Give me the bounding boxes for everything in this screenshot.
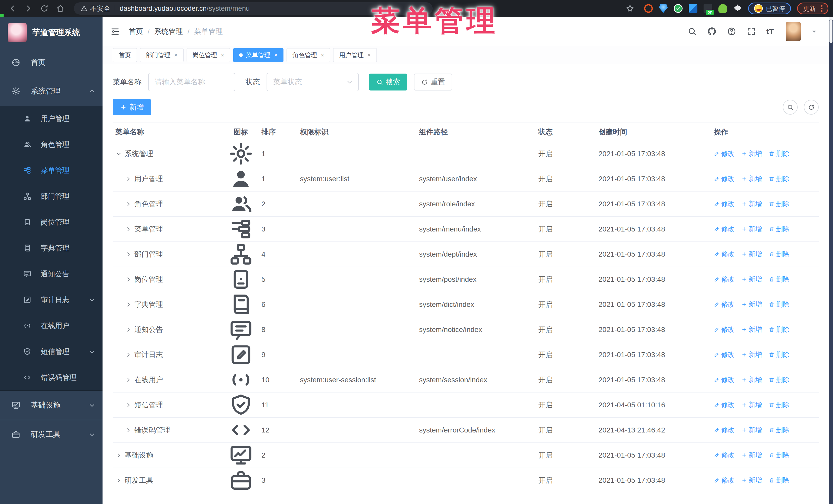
close-icon[interactable]: ×: [274, 51, 278, 59]
action-修改[interactable]: 修改: [714, 199, 735, 209]
sidebar-item-首页[interactable]: 首页: [0, 48, 102, 77]
user-avatar[interactable]: [786, 22, 801, 41]
action-修改[interactable]: 修改: [714, 375, 735, 384]
action-修改[interactable]: 修改: [714, 350, 735, 359]
menu-name-input[interactable]: 请输入菜单名称: [148, 73, 235, 91]
scrollbar-thumb[interactable]: [829, 20, 832, 43]
back-icon[interactable]: [8, 4, 17, 13]
tab-菜单管理[interactable]: 菜单管理×: [233, 48, 284, 62]
action-删除[interactable]: 删除: [769, 275, 789, 284]
breadcrumb-item[interactable]: 首页: [129, 27, 143, 37]
action-新增[interactable]: 新增: [741, 325, 762, 334]
action-修改[interactable]: 修改: [714, 174, 735, 183]
page-scrollbar[interactable]: [829, 17, 833, 504]
extension-on-badge-icon[interactable]: on: [704, 4, 712, 13]
extension-green-check-icon[interactable]: [674, 4, 683, 13]
sidebar-item-在线用户[interactable]: 在线用户: [0, 313, 102, 339]
action-新增[interactable]: 新增: [741, 451, 762, 460]
action-新增[interactable]: 新增: [741, 250, 762, 259]
tab-角色管理[interactable]: 角色管理×: [287, 48, 330, 62]
sidebar-item-系统管理[interactable]: 系统管理: [0, 77, 102, 105]
browser-menu-icon[interactable]: [821, 5, 823, 12]
sidebar-item-错误码管理[interactable]: 错误码管理: [0, 364, 102, 390]
close-icon[interactable]: ×: [320, 51, 324, 59]
tab-岗位管理[interactable]: 岗位管理×: [187, 48, 230, 62]
extension-green-bot-icon[interactable]: [718, 4, 727, 13]
tab-首页[interactable]: 首页: [113, 48, 137, 62]
action-删除[interactable]: 删除: [769, 451, 789, 460]
home-icon[interactable]: [56, 4, 65, 13]
action-修改[interactable]: 修改: [714, 300, 735, 309]
extension-orange-ring-icon[interactable]: [644, 4, 653, 13]
action-修改[interactable]: 修改: [714, 250, 735, 259]
action-删除[interactable]: 删除: [769, 350, 789, 359]
action-删除[interactable]: 删除: [769, 300, 789, 309]
toggle-search-button[interactable]: [783, 100, 798, 115]
caret-down-icon[interactable]: [811, 28, 818, 35]
extensions-puzzle-icon[interactable]: [733, 4, 742, 13]
action-新增[interactable]: 新增: [741, 199, 762, 209]
reload-icon[interactable]: [40, 4, 49, 13]
sidebar-item-菜单管理[interactable]: 菜单管理: [0, 158, 102, 183]
profile-paused-chip[interactable]: 已暂停: [748, 3, 791, 14]
sidebar-item-部门管理[interactable]: 部门管理: [0, 183, 102, 209]
extension-blue-gem-icon[interactable]: [659, 4, 668, 13]
action-删除[interactable]: 删除: [769, 174, 789, 183]
action-新增[interactable]: 新增: [741, 149, 762, 158]
search-button[interactable]: 搜索: [369, 74, 407, 91]
action-删除[interactable]: 删除: [769, 199, 789, 209]
sidebar-item-通知公告[interactable]: 通知公告: [0, 261, 102, 287]
action-删除[interactable]: 删除: [769, 401, 789, 409]
app-logo-row[interactable]: 芋道管理系统: [0, 17, 102, 48]
tab-用户管理[interactable]: 用户管理×: [333, 48, 377, 62]
breadcrumb-item[interactable]: 系统管理: [154, 27, 183, 37]
sidebar-item-岗位管理[interactable]: 岗位管理: [0, 209, 102, 235]
action-新增[interactable]: 新增: [741, 476, 762, 485]
sidebar-item-角色管理[interactable]: 角色管理: [0, 131, 102, 158]
action-删除[interactable]: 删除: [769, 476, 789, 485]
sidebar-item-研发工具[interactable]: 研发工具: [0, 420, 102, 449]
action-新增[interactable]: 新增: [741, 174, 762, 183]
extension-blue-tiles-icon[interactable]: [689, 4, 697, 13]
action-新增[interactable]: 新增: [741, 275, 762, 284]
action-修改[interactable]: 修改: [714, 426, 735, 434]
search-icon[interactable]: [687, 27, 697, 36]
action-新增[interactable]: 新增: [741, 300, 762, 309]
add-button[interactable]: 新增: [113, 99, 151, 115]
tab-部门管理[interactable]: 部门管理×: [140, 48, 184, 62]
sidebar-item-短信管理[interactable]: 短信管理: [0, 339, 102, 364]
forward-icon[interactable]: [24, 4, 33, 13]
sidebar-item-用户管理[interactable]: 用户管理: [0, 105, 102, 131]
action-删除[interactable]: 删除: [769, 426, 789, 434]
status-select[interactable]: 菜单状态: [266, 73, 359, 91]
action-新增[interactable]: 新增: [741, 350, 762, 359]
close-icon[interactable]: ×: [174, 51, 177, 59]
fullscreen-icon[interactable]: [747, 27, 756, 36]
refresh-table-button[interactable]: [804, 100, 819, 115]
font-size-icon[interactable]: tT: [766, 27, 774, 36]
action-修改[interactable]: 修改: [714, 476, 735, 485]
action-修改[interactable]: 修改: [714, 149, 735, 158]
action-修改[interactable]: 修改: [714, 325, 735, 334]
action-删除[interactable]: 删除: [769, 149, 789, 158]
sidebar-item-字典管理[interactable]: 字典管理: [0, 235, 102, 261]
bookmark-star-icon[interactable]: [626, 4, 634, 13]
close-icon[interactable]: ×: [221, 51, 224, 59]
sidebar-item-审计日志[interactable]: 审计日志: [0, 287, 102, 313]
reset-button[interactable]: 重置: [414, 74, 452, 91]
github-icon[interactable]: [707, 27, 717, 36]
action-修改[interactable]: 修改: [714, 275, 735, 284]
action-修改[interactable]: 修改: [714, 451, 735, 460]
action-删除[interactable]: 删除: [769, 325, 789, 334]
action-新增[interactable]: 新增: [741, 401, 762, 409]
action-删除[interactable]: 删除: [769, 250, 789, 259]
browser-update-button[interactable]: 更新: [797, 3, 828, 14]
action-删除[interactable]: 删除: [769, 375, 789, 384]
action-修改[interactable]: 修改: [714, 401, 735, 409]
close-icon[interactable]: ×: [367, 51, 371, 59]
help-icon[interactable]: [727, 27, 736, 36]
action-新增[interactable]: 新增: [741, 426, 762, 434]
sidebar-item-基础设施[interactable]: 基础设施: [0, 391, 102, 419]
action-新增[interactable]: 新增: [741, 224, 762, 234]
action-删除[interactable]: 删除: [769, 224, 789, 234]
